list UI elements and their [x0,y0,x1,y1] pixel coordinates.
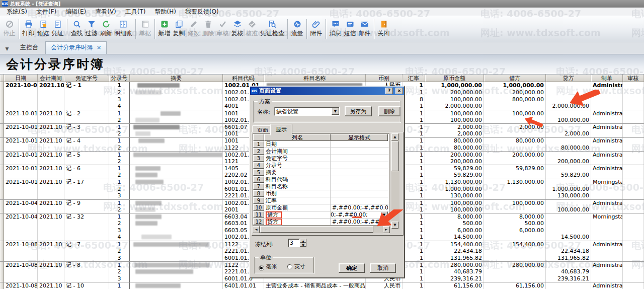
scroll-up-icon[interactable]: ▲ [391,133,398,140]
dialog-grid-row[interactable]: 8币别 [253,190,389,197]
row-selector-margin[interactable] [0,192,4,199]
tab-journal-active[interactable]: 会计分录序时簿 × [45,41,107,54]
row-selector-margin[interactable] [0,172,4,179]
dialog-grid-row[interactable]: 12贷方#,##0.00;-#,##0.00 [253,219,389,226]
display-format-cell[interactable] [331,155,388,162]
toolbar-button-copy[interactable]: 复制 [172,19,186,39]
toolbar-button-voucher-check[interactable]: 凭证检查 [259,19,285,39]
menu-item[interactable]: 我要反馈(Q) [181,8,223,16]
tab-console[interactable]: 主控台 [13,41,45,54]
display-format-cell[interactable] [331,141,388,148]
dialog-close-button[interactable]: × [395,88,403,94]
toolbar-button-refresh[interactable]: 刷新 [99,19,113,39]
display-format-cell[interactable] [331,197,388,204]
vscroll-thumb[interactable] [391,141,399,171]
row-selector-margin[interactable] [0,227,4,234]
row-selector-margin[interactable] [0,165,4,172]
radio-mm[interactable]: 毫米 [259,263,277,271]
row-selector-margin[interactable] [0,248,4,255]
menu-item[interactable]: 文件(F) [32,8,61,16]
menu-item[interactable]: 查看(V) [91,8,121,16]
row-selector-margin[interactable] [0,200,4,206]
dialog-grid-row[interactable]: 6科目代码 [253,176,389,183]
row-selector-margin[interactable] [0,138,4,144]
hscroll-thumb[interactable] [260,226,373,233]
toolbar-button-sms[interactable]: 短信 [343,19,357,39]
toolbar-button-ledger[interactable]: 明细账 [113,19,133,39]
toolbar-button-attachment[interactable]: 附件 [309,19,324,39]
tab-display[interactable]: 显示 [270,124,292,135]
row-selector-margin[interactable] [0,206,4,213]
journal-row[interactable]: 2021-10-082021.10记 - 1016401.01.01主营业务成本… [0,282,644,289]
row-selector-margin[interactable] [0,89,4,96]
dialog-grid-row[interactable]: 5摘要 [253,169,389,176]
row-selector-margin[interactable] [0,116,4,123]
row-selector-margin[interactable] [0,82,4,89]
row-selector-margin[interactable] [0,234,4,241]
display-format-cell[interactable] [331,176,388,183]
display-format-cell[interactable] [331,190,388,197]
row-selector-margin[interactable] [0,110,4,117]
dialog-help-button[interactable]: ? [385,88,393,94]
row-selector-margin[interactable] [0,130,4,137]
toolbar-button-voucher-doc[interactable]: 凭证 [50,19,65,39]
row-selector-margin[interactable] [0,254,4,261]
dialog-grid-row[interactable]: 9汇率 [253,197,389,204]
dialog-grid-row[interactable]: 11借方0;-#,##0.00; ▼ [253,211,389,219]
row-selector-margin[interactable] [0,213,4,220]
toolbar-button-preview[interactable]: 预览 [36,19,50,39]
dialog-grid-row[interactable]: 3凭证字号 [253,155,389,162]
toolbar-button-message[interactable]: 消息 [328,19,343,39]
dialog-grid-row[interactable]: 7科目名称 [253,183,389,190]
scroll-left-icon[interactable]: ◄ [253,226,260,233]
row-selector-margin[interactable] [0,282,4,289]
row-selector-margin[interactable] [0,275,4,282]
dialog-grid-row[interactable]: 1日期 [253,141,389,148]
row-selector-margin[interactable] [0,241,4,248]
row-selector-margin[interactable] [0,144,4,151]
freeze-columns-input[interactable]: 3 [288,239,300,247]
row-selector-margin[interactable] [0,179,4,186]
radio-inch[interactable]: 英寸 [287,263,305,270]
row-selector-margin[interactable] [0,268,4,275]
cancel-button[interactable]: 取消 [370,263,396,273]
toolbar-button-flow[interactable]: 流量 [290,19,304,39]
row-selector-margin[interactable] [0,262,4,268]
chevron-down-icon[interactable]: ▼ [1,46,13,54]
menu-item[interactable]: 工具(T) [121,8,150,16]
display-format-cell[interactable] [331,183,388,190]
dialog-title-bar[interactable]: KIS 页面设置 ? × [250,87,404,95]
row-selector-margin[interactable] [0,158,4,165]
display-format-cell[interactable]: #,##0.00;-#,##0.00 [331,219,388,225]
spinner-down-icon[interactable]: ▼ [300,243,306,247]
scheme-combobox[interactable]: 缺省设置 ▼ [274,107,340,116]
row-selector-margin[interactable] [0,185,4,192]
scheme-dropdown-icon[interactable]: ▼ [332,108,339,115]
toolbar-button-filter[interactable]: 过滤 [84,19,99,39]
display-format-cell[interactable] [331,148,388,155]
display-format-cell[interactable] [331,169,388,176]
format-dropdown-icon[interactable]: ▼ [380,211,388,218]
display-format-cell[interactable] [331,162,388,169]
dialog-grid-row[interactable]: 2会计期间 [253,148,389,155]
dialog-grid-row[interactable]: 10原币金额#,##0.00;-#,##0.00 [253,204,389,211]
toolbar-button-close-door[interactable]: 关闭 [376,19,391,39]
menu-item[interactable]: 编辑(E) [61,8,91,16]
delete-scheme-button[interactable]: 删除 [378,106,400,116]
display-format-cell[interactable]: #,##0.00;-#,##0.00 [331,204,388,211]
row-selector-margin[interactable] [0,220,4,227]
scroll-right-icon[interactable]: ► [383,226,390,233]
dialog-grid-row[interactable]: 4分录号 [253,162,389,169]
row-selector-margin[interactable] [0,124,4,130]
save-as-button[interactable]: 另存为 [345,106,372,116]
scroll-down-icon[interactable]: ▼ [391,222,398,229]
toolbar-button-add[interactable]: 新增 [157,19,172,39]
row-selector-margin[interactable] [0,96,4,103]
toolbar-button-recheck[interactable]: 复核 [230,19,245,39]
tab-close-icon[interactable]: × [97,44,101,51]
row-selector-margin[interactable] [0,103,4,110]
toolbar-button-mail[interactable]: 邮件 [357,19,372,39]
ok-button[interactable]: 确定 [339,263,365,273]
menu-item[interactable]: 系统(S) [2,8,32,16]
toolbar-button-printer[interactable]: 打印 [21,19,36,39]
